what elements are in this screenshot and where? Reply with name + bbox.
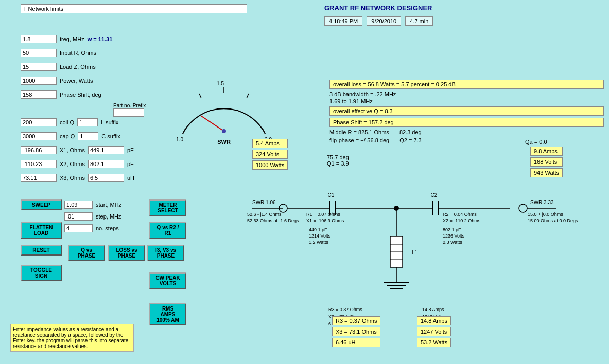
r1-82deg: 82.3 deg xyxy=(399,129,422,135)
svg-text:52.63 Ohms at -1.6 Degs: 52.63 Ohms at -1.6 Degs xyxy=(247,218,299,223)
svg-line-4 xyxy=(263,129,265,134)
part-prefix-label: Part no. Prefix xyxy=(113,103,146,108)
rms-amps-button[interactable]: RMS AMPS 100% AM xyxy=(149,303,186,325)
x3-row: X3, Ohms uH xyxy=(21,174,134,182)
left-circuit-values: 5.4 Amps 324 Volts 1000 Watts xyxy=(252,139,288,170)
x3-field[interactable] xyxy=(21,174,57,182)
sweep-steps-label: no. steps xyxy=(96,225,119,231)
l-suffix-label: L suffix xyxy=(101,119,118,125)
load-z-field[interactable]: 15 xyxy=(21,63,57,71)
sweep-steps-row: no. steps xyxy=(64,224,119,232)
circuit-diagram: C1 C2 L1 SWR 1.06 SWR 3.33 52.6 - j1.4 O… xyxy=(237,183,587,342)
part-prefix-field[interactable] xyxy=(113,108,144,117)
meter-select-button[interactable]: METER SELECT xyxy=(149,199,186,216)
svg-text:SWR: SWR xyxy=(217,139,231,144)
phase-shift-result: Phase Shift = 157.2 deg xyxy=(329,118,604,127)
right-circuit-values: 9.8 Amps 168 Volts 943 Watts xyxy=(530,139,563,177)
svg-text:R3 = 0.37 Ohms: R3 = 0.37 Ohms xyxy=(328,307,362,312)
cap-q-label: cap Q xyxy=(60,133,75,139)
c-suffix-field[interactable] xyxy=(78,132,98,140)
input-r-field[interactable]: 50 xyxy=(21,49,57,57)
svg-text:1214 Volts: 1214 Volts xyxy=(309,233,331,239)
svg-point-23 xyxy=(519,204,527,212)
q-vs-r2r1-button[interactable]: Q vs R2 / R1 xyxy=(149,222,186,239)
x2-pf-unit: pF xyxy=(127,161,134,167)
q-vs-phase-button[interactable]: Q vs PHASE xyxy=(68,245,105,261)
svg-text:1.0: 1.0 xyxy=(176,137,183,142)
x2-pf-field[interactable] xyxy=(88,160,124,168)
svg-text:X1 = -196.9 Ohms: X1 = -196.9 Ohms xyxy=(306,218,344,223)
duration-display: 4.7 min xyxy=(405,16,433,26)
sweep-button[interactable]: SWEEP xyxy=(21,199,62,210)
phase-shift-label: Phase Shift, deg xyxy=(60,92,101,98)
input-r-label: Input R, Ohms xyxy=(60,50,96,56)
coil-q-field[interactable] xyxy=(21,118,57,126)
x2-label: X2, Ohms xyxy=(60,161,85,167)
x2-row: X2, Ohms pF xyxy=(21,160,134,168)
date-display: 9/20/2010 xyxy=(367,16,401,26)
x1-pf-field[interactable] xyxy=(88,146,124,154)
svg-text:L1: L1 xyxy=(412,250,418,256)
x1-row: X1, Ohms pF xyxy=(21,146,134,154)
svg-line-0 xyxy=(183,129,185,134)
input-r-row: 50 Input R, Ohms xyxy=(21,49,96,57)
svg-text:15.00 Ohms at 0.0 Degs: 15.00 Ohms at 0.0 Degs xyxy=(528,218,578,223)
svg-line-8 xyxy=(201,116,224,131)
app-title: GRANT RF NETWORK DESIGNER xyxy=(324,4,432,12)
volts-168: 168 Volts xyxy=(530,157,563,167)
flip-phase: flip-phase = +/-56.8 deg xyxy=(329,137,389,143)
sweep-steps-field[interactable] xyxy=(64,224,93,232)
freq-label: freq, MHz xyxy=(60,36,84,42)
w-value: w = 11.31 xyxy=(88,36,113,42)
header-info: 4:18:49 PM 9/20/2010 4.7 min xyxy=(324,16,433,26)
power-row: 1000 Power, Watts xyxy=(21,77,93,85)
l-suffix-field[interactable] xyxy=(77,118,98,126)
volts-324: 324 Volts xyxy=(252,150,288,159)
phase-shift-field[interactable]: 158 xyxy=(21,90,57,99)
svg-text:R1 = 0.07 Ohms: R1 = 0.07 Ohms xyxy=(306,212,340,217)
svg-line-3 xyxy=(247,94,249,98)
i3-v3-vs-phase-button[interactable]: I3, V3 vs PHASE xyxy=(147,245,184,261)
overall-loss: overall loss = 56.8 Watts = 5.7 percent … xyxy=(329,80,604,89)
svg-text:SWR 3.33: SWR 3.33 xyxy=(530,199,554,205)
load-z-label: Load Z, Ohms xyxy=(60,64,96,70)
reset-button[interactable]: RESET xyxy=(21,245,62,256)
svg-text:SWR 1.06: SWR 1.06 xyxy=(252,199,276,205)
power-field[interactable]: 1000 xyxy=(21,77,57,85)
loss-vs-phase-button[interactable]: LOSS vs PHASE xyxy=(108,245,145,261)
x3-uh-field[interactable] xyxy=(88,174,124,182)
svg-text:1236 Volts: 1236 Volts xyxy=(443,233,465,239)
svg-text:802.1 pF: 802.1 pF xyxy=(443,227,461,232)
svg-text:X2 = -110.2 Ohms: X2 = -110.2 Ohms xyxy=(443,218,481,223)
svg-text:449.1 pF: 449.1 pF xyxy=(309,227,327,232)
freq-input[interactable]: 1.8 xyxy=(21,35,57,43)
toggle-sign-button[interactable]: TOGGLE SIGN xyxy=(21,265,62,281)
x2-field[interactable] xyxy=(21,160,57,168)
titlebar: T Network limits xyxy=(21,4,247,13)
cap-q-field[interactable] xyxy=(21,132,57,140)
svg-text:14.8 Amps: 14.8 Amps xyxy=(422,307,444,312)
q1-value: 75.7 deg Q1 = 3.9 xyxy=(327,154,349,167)
svg-text:1.2 Watts: 1.2 Watts xyxy=(309,240,328,245)
help-text: Enter impedance values as a resistance a… xyxy=(10,324,134,352)
sweep-step-label: step, MHz xyxy=(96,213,121,220)
effective-q: overall effective Q = 8.3 xyxy=(329,106,604,116)
swr-gauge: 1.0 1.5 2.0 SWR xyxy=(172,72,275,144)
freq-row: 1.8 freq, MHz w = 11.31 xyxy=(21,35,112,43)
bandwidth-range: 1.69 to 1.91 MHz xyxy=(329,98,604,104)
sweep-start-field[interactable] xyxy=(64,201,93,209)
phase-shift-row: 158 Phase Shift, deg xyxy=(21,90,101,99)
x1-label: X1, Ohms xyxy=(60,147,85,153)
svg-text:52.6 - j1.4 Ohms: 52.6 - j1.4 Ohms xyxy=(247,212,282,217)
sweep-start-label: start, MHz xyxy=(96,202,121,208)
results-area: overall loss = 56.8 Watts = 5.7 percent … xyxy=(329,80,604,143)
cw-peak-volts-button[interactable]: CW PEAK VOLTS xyxy=(149,272,186,289)
flatten-load-button[interactable]: FLATTEN LOAD xyxy=(21,222,62,239)
part-prefix-area: Part no. Prefix xyxy=(113,103,146,117)
x1-pf-unit: pF xyxy=(127,147,134,153)
time-display: 4:18:49 PM xyxy=(324,16,362,26)
x3-label: X3, Ohms xyxy=(60,175,85,181)
x1-field[interactable] xyxy=(21,146,57,154)
svg-line-1 xyxy=(199,94,201,98)
sweep-step-field[interactable] xyxy=(64,212,93,221)
